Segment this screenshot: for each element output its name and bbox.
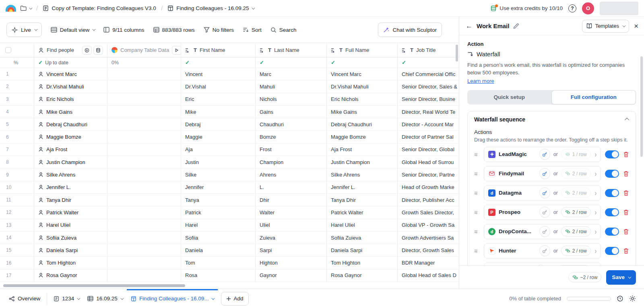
column-header-first-name[interactable]: T First Name bbox=[181, 43, 256, 57]
row-number-cell[interactable]: 17 bbox=[0, 269, 34, 281]
cell-company[interactable] bbox=[107, 232, 181, 244]
cell-full-name[interactable]: Harel Uliel bbox=[327, 219, 398, 231]
cell-last-name[interactable]: L. bbox=[256, 181, 327, 193]
cell-last-name[interactable]: Chaudhuri bbox=[256, 118, 327, 130]
cell-first-name[interactable]: Tom bbox=[181, 257, 256, 269]
delete-action-icon[interactable] bbox=[623, 248, 629, 254]
cell-job-title[interactable]: Global Head of Sales D bbox=[398, 269, 459, 281]
close-icon[interactable]: × bbox=[634, 22, 638, 30]
cell-full-name[interactable]: Vincent Marc bbox=[327, 68, 398, 80]
action-toggle[interactable] bbox=[605, 208, 619, 216]
templates-button[interactable]: Templates bbox=[582, 20, 629, 33]
cell-company[interactable] bbox=[107, 156, 181, 168]
cell-first-name[interactable]: Aja bbox=[181, 144, 256, 156]
delete-action-icon[interactable] bbox=[623, 209, 629, 216]
cell-job-title[interactable]: Senior Director, Global bbox=[398, 144, 459, 156]
cell-job-title[interactable]: Growth Sales Director, bbox=[398, 206, 459, 218]
cell-first-name[interactable]: Debraj bbox=[181, 118, 256, 130]
row-number-cell[interactable]: 3 bbox=[0, 93, 34, 105]
cell-full-name[interactable]: Patrick Walter bbox=[327, 206, 398, 218]
drag-handle-icon[interactable]: ≡ bbox=[474, 228, 480, 235]
cell-job-title[interactable]: Senior Director, Busine bbox=[398, 93, 459, 105]
cell-last-name[interactable]: Champion bbox=[256, 156, 327, 168]
cell-first-name[interactable]: Maggie bbox=[181, 131, 256, 143]
cell-find-people[interactable]: Jennifer L. bbox=[34, 181, 107, 193]
api-key-icon[interactable] bbox=[539, 187, 550, 198]
cell-job-title[interactable]: Senior Director, Sales & bbox=[398, 80, 459, 92]
folder-icon[interactable] bbox=[20, 5, 31, 11]
cell-full-name[interactable]: Jennifer L. bbox=[327, 181, 398, 193]
row-number-cell[interactable]: 2 bbox=[0, 80, 34, 92]
delete-action-icon[interactable] bbox=[623, 228, 629, 235]
drag-handle-icon[interactable]: ≡ bbox=[474, 151, 480, 158]
run-column-button[interactable] bbox=[172, 46, 181, 55]
cell-last-name[interactable]: Highton bbox=[256, 257, 327, 269]
cell-company[interactable] bbox=[107, 206, 181, 218]
select-all-checkbox[interactable] bbox=[5, 47, 11, 53]
overview-button[interactable]: Overview bbox=[5, 289, 44, 308]
row-number-cell[interactable]: 8 bbox=[0, 156, 34, 168]
edit-pencil-icon[interactable] bbox=[513, 23, 519, 29]
select-all-cell[interactable] bbox=[0, 43, 34, 57]
action-card[interactable]: d DropConta... or 2 / row › bbox=[484, 224, 601, 239]
cell-find-people[interactable]: Tom Highton bbox=[34, 257, 107, 269]
drag-handle-icon[interactable]: ≡ bbox=[474, 209, 480, 216]
cell-job-title[interactable]: Director - Account Mar bbox=[398, 118, 459, 130]
api-key-icon[interactable] bbox=[539, 149, 550, 160]
cell-last-name[interactable]: Frost bbox=[256, 144, 327, 156]
cell-company[interactable] bbox=[107, 93, 181, 105]
api-key-icon[interactable] bbox=[539, 207, 550, 218]
tab-1234[interactable]: 1234 bbox=[50, 289, 83, 308]
cell-job-title[interactable]: BDR Manager bbox=[398, 257, 459, 269]
cell-find-people[interactable]: Aja Frost bbox=[34, 144, 107, 156]
drag-handle-icon[interactable]: ≡ bbox=[474, 170, 480, 177]
extra-credits-button[interactable]: Use extra credits by 10/10 bbox=[490, 5, 563, 12]
cell-job-title[interactable]: Global Head of Surrou bbox=[398, 156, 459, 168]
delete-action-icon[interactable] bbox=[623, 151, 629, 158]
column-header-last-name[interactable]: T Last Name bbox=[256, 43, 327, 57]
add-table-button[interactable]: Add bbox=[221, 292, 248, 306]
row-number-cell[interactable]: 16 bbox=[0, 257, 34, 269]
cell-full-name[interactable]: Daniela Sarpi bbox=[327, 244, 398, 256]
cell-full-name[interactable]: Rosa Gaynor bbox=[327, 269, 398, 281]
cell-company[interactable] bbox=[107, 219, 181, 231]
row-number-cell[interactable]: 9 bbox=[0, 168, 34, 181]
cell-full-name[interactable]: Maggie Bomze bbox=[327, 131, 398, 143]
cell-full-name[interactable]: Justin Champion bbox=[327, 156, 398, 168]
cell-last-name[interactable]: Zuieva bbox=[256, 232, 327, 244]
cell-full-name[interactable]: Debraj Chaudhuri bbox=[327, 118, 398, 130]
columns-button[interactable]: 9/11 columns bbox=[103, 27, 144, 33]
cell-company[interactable] bbox=[107, 194, 181, 206]
column-header-company[interactable]: Company Table Data bbox=[107, 43, 181, 57]
column-header-job-title[interactable]: T Job Title bbox=[398, 43, 459, 57]
column-target-button[interactable] bbox=[82, 46, 92, 55]
action-toggle[interactable] bbox=[605, 170, 619, 178]
action-toggle[interactable] bbox=[605, 189, 619, 197]
cell-job-title[interactable]: Director, Growth Sales bbox=[398, 244, 459, 256]
cell-last-name[interactable]: Sarpi bbox=[256, 244, 327, 256]
cell-first-name[interactable]: Rosa bbox=[181, 269, 256, 281]
cell-first-name[interactable]: Eric bbox=[181, 93, 256, 105]
row-number-cell[interactable]: 15 bbox=[0, 244, 34, 256]
cell-find-people[interactable]: Rosa Gaynor bbox=[34, 269, 107, 281]
cell-company[interactable] bbox=[107, 68, 181, 80]
cell-company[interactable] bbox=[107, 106, 181, 118]
breadcrumb-workspace[interactable]: Copy of Template: Finding Colleagues V3.… bbox=[43, 5, 156, 11]
cell-company[interactable] bbox=[107, 269, 181, 281]
cell-find-people[interactable]: Harel Uliel bbox=[34, 219, 107, 231]
view-selector[interactable]: Default view bbox=[51, 27, 95, 33]
live-mode-button[interactable]: Live bbox=[6, 23, 42, 37]
cell-first-name[interactable]: Tanya bbox=[181, 194, 256, 206]
column-header-find-people[interactable]: Find people bbox=[34, 43, 107, 57]
action-card[interactable]: LeadMagic or 1 / row › bbox=[484, 147, 601, 162]
filters-button[interactable]: No filters bbox=[204, 27, 234, 33]
clay-logo-icon[interactable] bbox=[6, 5, 16, 12]
help-button[interactable]: ? bbox=[568, 4, 576, 12]
breadcrumb-table[interactable]: Finding Colleagues - 16.09.25 bbox=[167, 5, 254, 11]
back-icon[interactable]: ← bbox=[466, 22, 473, 30]
cell-first-name[interactable]: Daniela bbox=[181, 244, 256, 256]
cell-first-name[interactable]: Dr.Vishal bbox=[181, 80, 256, 92]
cell-find-people[interactable]: Justin Champion bbox=[34, 156, 107, 168]
cell-first-name[interactable]: Vincent bbox=[181, 68, 256, 80]
row-number-cell[interactable]: 4 bbox=[0, 106, 34, 118]
